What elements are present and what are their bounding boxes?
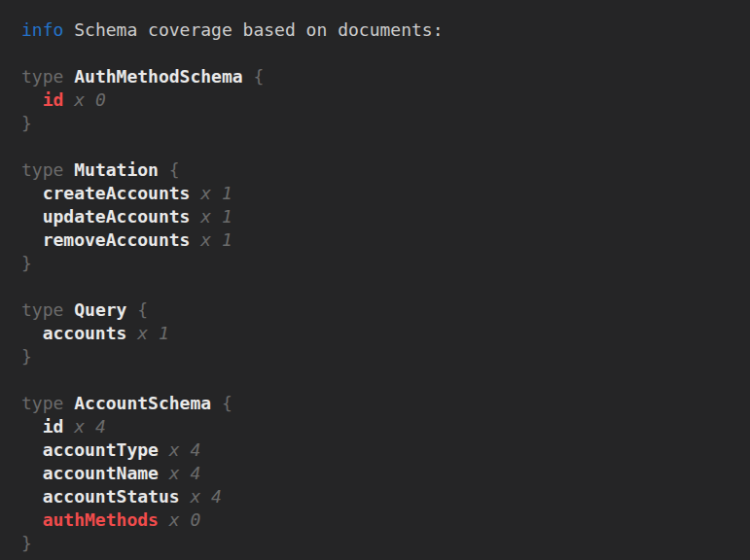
field-name: accounts bbox=[43, 323, 127, 343]
field-name: id bbox=[43, 416, 64, 437]
type-keyword: type bbox=[21, 299, 63, 320]
field-name: updateAccounts bbox=[43, 206, 191, 227]
type-open-line: type AuthMethodSchema { bbox=[21, 65, 742, 88]
type-name: Mutation bbox=[74, 159, 159, 180]
log-level-info: info bbox=[21, 19, 63, 40]
blank-line bbox=[21, 42, 742, 65]
field-usage-count: x 1 bbox=[200, 229, 232, 250]
type-keyword: type bbox=[21, 159, 63, 180]
close-brace: } bbox=[21, 533, 32, 553]
type-close-line: } bbox=[21, 345, 742, 368]
console-output: info Schema coverage based on documents:… bbox=[0, 0, 750, 560]
type-close-line: } bbox=[21, 532, 742, 555]
log-message: Schema coverage based on documents: bbox=[74, 19, 443, 40]
field-name: authMethods bbox=[43, 509, 159, 530]
field-name: accountType bbox=[43, 439, 159, 460]
close-brace: } bbox=[21, 113, 32, 133]
field-usage-count: x 4 bbox=[190, 486, 222, 507]
field-line: accountStatus x 4 bbox=[21, 485, 742, 508]
log-header-line: info Schema coverage based on documents: bbox=[21, 18, 742, 42]
field-usage-count: x 4 bbox=[169, 439, 201, 460]
field-line: removeAccounts x 1 bbox=[21, 228, 742, 252]
field-usage-count: x 0 bbox=[74, 89, 106, 110]
type-keyword: type bbox=[21, 393, 63, 413]
type-open-line: type Query { bbox=[21, 298, 742, 322]
open-brace: { bbox=[137, 299, 148, 320]
open-brace: { bbox=[169, 159, 180, 180]
field-usage-count: x 0 bbox=[169, 509, 201, 530]
type-open-line: type AccountSchema { bbox=[21, 392, 742, 415]
field-line: authMethods x 0 bbox=[21, 508, 742, 532]
field-name: id bbox=[43, 89, 64, 110]
field-usage-count: x 1 bbox=[137, 323, 169, 343]
field-usage-count: x 4 bbox=[169, 463, 201, 483]
field-line: accountType x 4 bbox=[21, 438, 742, 462]
type-keyword: type bbox=[21, 66, 63, 87]
type-close-line: } bbox=[21, 112, 742, 135]
field-line: updateAccounts x 1 bbox=[21, 205, 742, 228]
field-line: id x 0 bbox=[21, 88, 742, 112]
close-brace: } bbox=[21, 346, 32, 367]
field-name: accountName bbox=[43, 463, 159, 483]
type-open-line: type Mutation { bbox=[21, 158, 742, 182]
field-line: accountName x 4 bbox=[21, 462, 742, 485]
field-name: removeAccounts bbox=[43, 229, 191, 250]
blank-line bbox=[21, 135, 742, 158]
open-brace: { bbox=[253, 66, 264, 87]
field-usage-count: x 4 bbox=[74, 416, 106, 437]
type-name: Query bbox=[74, 299, 126, 320]
field-usage-count: x 1 bbox=[200, 183, 232, 203]
type-close-line: } bbox=[21, 252, 742, 275]
field-line: id x 4 bbox=[21, 415, 742, 438]
blank-line bbox=[21, 368, 742, 392]
type-name: AccountSchema bbox=[74, 393, 211, 413]
open-brace: { bbox=[222, 393, 232, 413]
type-name: AuthMethodSchema bbox=[74, 66, 242, 87]
field-usage-count: x 1 bbox=[200, 206, 232, 227]
field-name: createAccounts bbox=[43, 183, 191, 203]
blank-line bbox=[21, 275, 742, 298]
close-brace: } bbox=[21, 253, 32, 273]
field-name: accountStatus bbox=[43, 486, 180, 507]
field-line: accounts x 1 bbox=[21, 322, 742, 345]
field-line: createAccounts x 1 bbox=[21, 182, 742, 205]
